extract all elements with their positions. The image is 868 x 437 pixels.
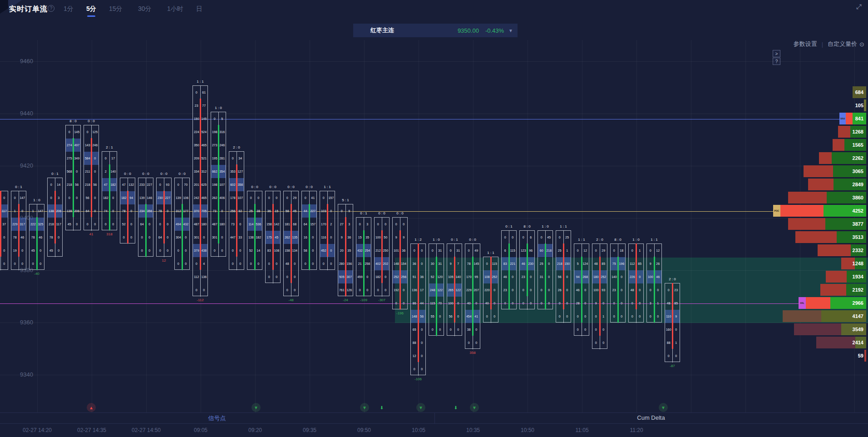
help-icon[interactable]: ?: [48, 5, 54, 12]
volume-profile-value: 684: [855, 86, 863, 98]
time-axis-label: 02-27 14:20: [23, 427, 52, 433]
volume-profile-segment: [864, 99, 866, 111]
sell-signal-icon: ▼: [252, 403, 261, 412]
volume-profile-value: 1248: [853, 258, 863, 269]
sell-signal-icon: ⬇: [451, 403, 460, 412]
volume-profile-value: 2849: [853, 179, 863, 190]
panel-divider-bottom: [0, 423, 868, 424]
buy-signal-icon: ▲: [87, 403, 96, 412]
volume-profile-value: 3549: [853, 323, 863, 335]
tab-日[interactable]: 日: [196, 5, 202, 13]
volume-profile-value: 2192: [853, 284, 863, 296]
signal-panel-label[interactable]: 信号点: [208, 414, 226, 422]
footprint-chart[interactable]: 9460944094209400938093609340460105117224…: [0, 40, 868, 412]
page-title: 实时订单流: [9, 5, 48, 14]
tab-30分[interactable]: 30分: [138, 5, 152, 13]
volume-profile-segment: [794, 323, 841, 335]
cum-delta-panel-label[interactable]: Cum Delta: [637, 414, 665, 421]
tab-1分[interactable]: 1分: [64, 5, 74, 13]
time-axis-label: 11:05: [575, 427, 588, 433]
volume-profile-value: 2262: [853, 152, 863, 164]
orderflow-app: 实时订单流 ? 1分5分15分30分1小时日 ⤢ 红枣主连 9350.00 -0…: [0, 0, 868, 437]
volume-profile-row: 3513: [0, 231, 868, 243]
time-axis-label: 11:20: [630, 427, 643, 433]
volume-profile-row: 2192: [0, 284, 868, 296]
sell-signal-icon: ▼: [659, 403, 668, 412]
volume-profile-segment: [838, 126, 850, 138]
volume-profile-row: 2414: [0, 337, 868, 348]
time-axis-label: 09:20: [248, 427, 262, 433]
sell-signal-icon: ▼: [416, 403, 425, 412]
volume-profile-segment: [808, 179, 833, 190]
volume-profile-row: 2332: [0, 244, 868, 256]
volume-profile-row: VAL2966: [0, 297, 868, 309]
time-axis-label: 02-27 14:50: [132, 427, 161, 433]
volume-profile-segment: [788, 218, 825, 230]
expand-icon[interactable]: ⤢: [856, 3, 862, 11]
volume-profile-marker-val: VAL: [799, 297, 806, 309]
volume-profile-segment: [804, 165, 833, 177]
volume-profile-value: 3065: [853, 165, 863, 177]
volume-profile-row: POC4252: [0, 205, 868, 217]
sell-signal-icon: ▼: [470, 403, 479, 412]
volume-profile-row: 2262: [0, 152, 868, 164]
imbalance-ratio-label: 1 : 1: [197, 79, 204, 84]
chevron-down-icon: ▼: [508, 28, 513, 33]
panel-divider-top: [0, 412, 868, 413]
time-axis-label: 10:05: [412, 427, 425, 433]
volume-profile-marker-vah: VAH: [839, 113, 846, 124]
instrument-selector[interactable]: 红枣主连 9350.00 -0.43% ▼: [353, 24, 518, 37]
volume-profile-row: 59: [0, 350, 868, 362]
volume-profile-value: 105: [855, 99, 863, 111]
volume-profile-value: 2966: [853, 297, 863, 309]
volume-profile-segment: [864, 350, 866, 362]
volume-profile-row: 1268: [0, 126, 868, 138]
volume-profile-segment: [783, 310, 821, 322]
volume-profile-value: 4147: [853, 310, 863, 322]
volume-profile-segment: [795, 231, 837, 243]
volume-profile-row: 1248: [0, 258, 868, 269]
volume-profile-segment: [820, 284, 846, 296]
horizontal-gridline: [0, 375, 868, 375]
volume-profile-segment: [846, 113, 853, 124]
volume-profile-value: 841: [855, 113, 863, 124]
volume-profile-row: 1934: [0, 271, 868, 283]
volume-profile-value: 2332: [853, 244, 863, 256]
volume-profile-value: 3877: [853, 218, 863, 230]
time-axis-label: 09:35: [303, 427, 316, 433]
volume-profile-segment: [818, 244, 851, 256]
price-axis-label: 9460: [20, 58, 33, 65]
tab-1小时[interactable]: 1小时: [167, 5, 183, 13]
instrument-name: 红枣主连: [370, 26, 394, 35]
instrument-price: 9350.00: [458, 27, 479, 34]
candle-delta-label: -87: [670, 364, 675, 368]
volume-profile-row: 684: [0, 86, 868, 98]
volume-profile-row: 1565: [0, 139, 868, 151]
time-axis-label: 10:35: [466, 427, 480, 433]
tab-5分[interactable]: 5分: [86, 5, 96, 13]
sell-signal-icon: ⬇: [377, 403, 386, 412]
volume-profile-segment: [788, 192, 827, 204]
volume-profile-segment: [819, 152, 832, 164]
volume-profile-row: 105: [0, 99, 868, 111]
candle-delta-label: -106: [414, 377, 422, 381]
volume-profile-value: 2414: [853, 337, 863, 348]
volume-profile-value: 1565: [853, 139, 863, 151]
volume-profile-row: 3065: [0, 165, 868, 177]
volume-profile-value: 4252: [853, 205, 863, 217]
time-axis-label: 09:05: [194, 427, 207, 433]
volume-profile-value: 3513: [853, 231, 863, 243]
panel-divider-vertical: [434, 412, 435, 423]
volume-profile-segment: [826, 271, 847, 283]
volume-profile-segment: [816, 337, 855, 348]
volume-profile-row: 3860: [0, 192, 868, 204]
footprint-cell: 00: [411, 363, 425, 376]
volume-profile-value: 1268: [853, 126, 863, 138]
volume-profile-segment: [833, 139, 844, 151]
instrument-change: -0.43%: [485, 27, 504, 34]
time-axis-label: 02-27 14:35: [77, 427, 106, 433]
volume-profile-row: 2849: [0, 179, 868, 190]
volume-profile-value: 3860: [853, 192, 863, 204]
price-axis-label: 9340: [20, 371, 33, 378]
tab-15分[interactable]: 15分: [109, 5, 123, 13]
